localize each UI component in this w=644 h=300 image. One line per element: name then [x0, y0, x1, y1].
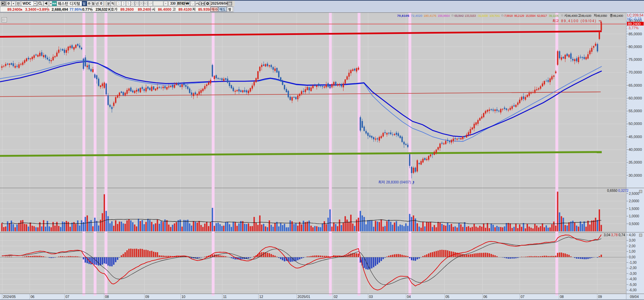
svg-text:133,3153: 133,3153	[465, 14, 476, 17]
svg-text:0,6550: 0,6550	[607, 189, 618, 192]
svg-text:70,0000: 70,0000	[629, 70, 642, 74]
svg-text:-6,00: -6,00	[629, 288, 637, 292]
svg-text:70,6105: 70,6105	[397, 14, 409, 17]
svg-text:06: 06	[483, 295, 487, 299]
svg-text:0,00: 0,00	[629, 255, 636, 259]
svg-text:11: 11	[223, 295, 227, 299]
svg-text:85,0000: 85,0000	[629, 32, 642, 36]
svg-text:1,00: 1,00	[629, 250, 636, 253]
svg-text:07: 07	[521, 295, 525, 299]
svg-text::89,4100: :89,4100	[581, 14, 591, 17]
svg-text::85,9350: :85,9350	[596, 14, 607, 17]
svg-text:65,0000: 65,0000	[629, 83, 642, 87]
svg-text:-5,00: -5,00	[629, 283, 637, 287]
svg-text:03: 03	[369, 295, 373, 299]
svg-text:156,8664: 156,8664	[438, 14, 450, 17]
svg-text:-7,9918: -7,9918	[503, 14, 513, 17]
svg-text:39,1106: 39,1106	[549, 14, 559, 17]
svg-text::86,4000: :86,4000	[567, 14, 578, 17]
svg-text:50,0000: 50,0000	[629, 122, 642, 126]
svg-text:89,4100 (09/04): 89,4100 (09/04)	[561, 19, 596, 23]
svg-text:75,0000: 75,0000	[629, 57, 642, 61]
svg-text:09: 09	[145, 295, 149, 299]
svg-text:1,5000: 1,5000	[629, 207, 639, 211]
svg-text:60,0000: 60,0000	[629, 96, 642, 100]
svg-text:HC:-0,19: HC:-0,19	[627, 17, 641, 21]
svg-text::89,2400: :89,2400	[612, 14, 623, 17]
svg-text:3,77%: 3,77%	[629, 26, 639, 30]
svg-text:3,00: 3,00	[629, 239, 636, 242]
svg-text:3,04: 3,04	[604, 233, 610, 237]
svg-text:180,4176: 180,4176	[424, 14, 436, 17]
svg-text:06: 06	[31, 295, 35, 299]
svg-text:30,0000: 30,0000	[629, 173, 642, 177]
svg-text:4,00: 4,00	[629, 233, 636, 237]
svg-text:-31,5430: -31,5430	[477, 14, 488, 17]
svg-text:3,78: 3,78	[611, 233, 618, 237]
svg-text:45,0000: 45,0000	[629, 135, 642, 139]
svg-text:-2,00: -2,00	[629, 266, 637, 270]
svg-text:07: 07	[65, 295, 69, 299]
svg-text:2024/05: 2024/05	[3, 295, 16, 299]
svg-text:05: 05	[445, 295, 449, 299]
svg-text:86,2129: 86,2129	[514, 14, 524, 17]
svg-text:2,0000: 2,0000	[629, 199, 639, 203]
svg-text:2,5000: 2,5000	[629, 192, 639, 196]
svg-text:2025/01: 2025/01	[298, 295, 310, 299]
svg-text:10: 10	[181, 295, 185, 299]
svg-text:12: 12	[259, 295, 263, 299]
svg-text:02: 02	[334, 295, 338, 299]
svg-text:09/04: 09/04	[630, 295, 639, 299]
svg-text:-4,00: -4,00	[629, 277, 637, 281]
svg-text:109,7641: 109,7641	[489, 14, 500, 17]
svg-text:62,6617: 62,6617	[537, 14, 547, 17]
svg-text:0,5000: 0,5000	[629, 222, 639, 226]
svg-text:80,0000: 80,0000	[629, 45, 642, 49]
svg-text:09: 09	[598, 295, 602, 299]
svg-text:72,4020: 72,4020	[411, 14, 422, 17]
svg-text:40,0000: 40,0000	[629, 147, 642, 152]
svg-text:15,5594: 15,5594	[526, 14, 536, 17]
svg-text:08: 08	[105, 295, 109, 299]
svg-text:1,0000: 1,0000	[629, 214, 639, 218]
svg-text:04: 04	[407, 295, 411, 299]
svg-text:-3,00: -3,00	[629, 272, 637, 275]
svg-text:-1,00: -1,00	[629, 261, 637, 264]
svg-text:28,8300 (04/07): 28,8300 (04/07)	[386, 180, 411, 184]
svg-text:55,0000: 55,0000	[629, 109, 642, 113]
svg-text:0,74: 0,74	[619, 233, 625, 237]
svg-text:89,2400: 89,2400	[628, 22, 641, 26]
svg-text:2,00: 2,00	[629, 244, 636, 248]
svg-text:35,0000: 35,0000	[629, 160, 642, 164]
svg-text:08: 08	[560, 295, 564, 299]
svg-text:-55,0942: -55,0942	[454, 14, 464, 17]
svg-text:0,3272: 0,3272	[618, 189, 629, 192]
